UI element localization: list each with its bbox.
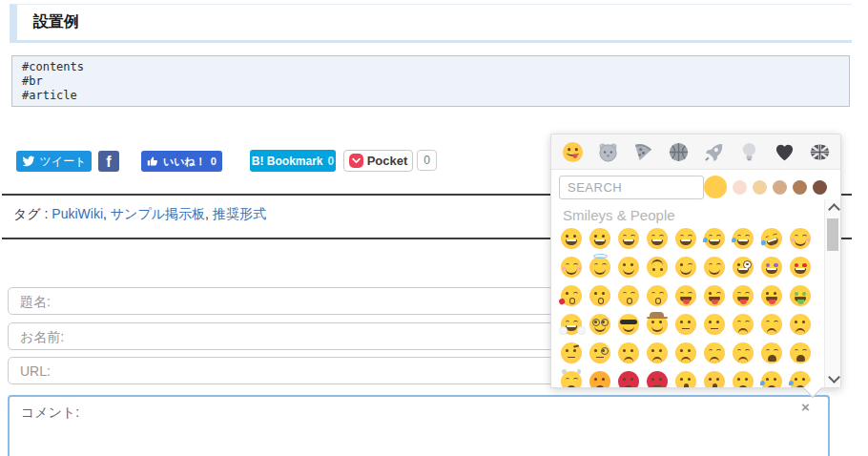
emoji-search-input[interactable] <box>559 176 704 199</box>
emoji[interactable] <box>729 367 757 388</box>
emoji[interactable] <box>614 253 643 281</box>
category-tab-travel-places-icon[interactable] <box>702 140 725 163</box>
facebook-button[interactable]: f <box>98 151 119 172</box>
tag-link[interactable]: サンプル掲示板 <box>111 206 205 221</box>
emoji[interactable] <box>643 281 672 310</box>
emoji[interactable] <box>700 310 729 339</box>
facebook-like-button[interactable]: いいね！ 0 <box>141 151 222 172</box>
emoji[interactable] <box>700 339 729 367</box>
category-tab-smileys-people-icon[interactable] <box>561 140 584 163</box>
emoji[interactable] <box>672 367 700 388</box>
category-tab-activity-icon[interactable] <box>667 140 690 163</box>
emoji[interactable] <box>586 339 614 367</box>
emoji[interactable] <box>557 310 586 339</box>
hatena-bookmark-button[interactable]: B! Bookmark 0 <box>250 150 336 172</box>
like-count: 0 <box>211 155 217 167</box>
emoji[interactable] <box>586 281 614 310</box>
emoji[interactable] <box>786 281 815 310</box>
tweet-button[interactable]: ツイート <box>16 151 92 172</box>
emoji[interactable] <box>614 281 643 310</box>
emoji[interactable] <box>643 367 672 388</box>
emoji[interactable] <box>729 339 757 367</box>
picker-category-tabs <box>551 135 840 170</box>
skin-tone-5[interactable] <box>793 180 807 195</box>
pocket-button[interactable]: Pocket <box>343 150 413 172</box>
hatena-label: B! Bookmark <box>252 155 323 168</box>
emoji[interactable] <box>614 367 643 388</box>
emoji[interactable] <box>729 310 757 339</box>
category-tab-animals-nature-icon[interactable] <box>596 140 619 163</box>
emoji-row <box>557 367 816 388</box>
picker-close-icon[interactable]: × <box>801 400 810 414</box>
facebook-f-icon: f <box>106 153 111 172</box>
skin-tone-picker <box>704 176 838 198</box>
category-tab-symbols-icon[interactable] <box>773 140 796 163</box>
emoji[interactable] <box>757 310 786 339</box>
scroll-down-icon[interactable] <box>828 371 840 383</box>
scrollbar-thumb[interactable] <box>827 218 838 251</box>
scroll-up-icon[interactable] <box>828 203 840 216</box>
skin-tone-3[interactable] <box>753 180 767 195</box>
emoji[interactable] <box>672 281 700 310</box>
emoji[interactable] <box>586 367 614 388</box>
emoji[interactable] <box>700 367 729 388</box>
emoji[interactable] <box>586 310 614 339</box>
skin-tone-1[interactable] <box>704 176 727 198</box>
emoji-picker: Smileys & People <box>550 134 841 388</box>
comment-textarea[interactable] <box>8 395 830 456</box>
emoji[interactable] <box>786 253 815 281</box>
emoji[interactable] <box>672 224 700 253</box>
emoji[interactable] <box>757 224 786 253</box>
emoji[interactable] <box>672 253 700 281</box>
emoji[interactable] <box>614 310 643 339</box>
category-tab-objects-icon[interactable] <box>737 140 760 163</box>
emoji[interactable] <box>557 367 586 388</box>
emoji-row <box>557 310 816 339</box>
pocket-count-bubble: 0 <box>417 150 437 171</box>
category-tab-flags-icon[interactable] <box>808 140 831 163</box>
emoji[interactable] <box>672 310 700 339</box>
emoji[interactable] <box>729 253 757 281</box>
category-tab-food-drink-icon[interactable] <box>631 140 654 163</box>
emoji[interactable] <box>557 281 586 310</box>
page-heading: 設置例 <box>10 4 852 43</box>
emoji[interactable] <box>586 224 614 253</box>
skin-tone-2[interactable] <box>733 180 747 195</box>
emoji[interactable] <box>643 339 672 367</box>
emoji[interactable] <box>614 339 643 367</box>
emoji-row <box>557 253 816 281</box>
thumbs-up-icon <box>147 155 158 167</box>
emoji[interactable] <box>643 253 672 281</box>
pocket-label: Pocket <box>367 154 408 168</box>
emoji[interactable] <box>786 224 815 253</box>
tag-link[interactable]: 推奨形式 <box>213 206 266 221</box>
emoji[interactable] <box>643 310 672 339</box>
emoji[interactable] <box>729 281 757 310</box>
emoji[interactable] <box>700 281 729 310</box>
picker-search-row <box>551 170 840 204</box>
emoji[interactable] <box>757 339 786 367</box>
emoji[interactable] <box>700 253 729 281</box>
emoji[interactable] <box>757 367 786 388</box>
emoji[interactable] <box>672 339 700 367</box>
emoji-row <box>557 224 816 253</box>
emoji[interactable] <box>557 224 586 253</box>
emoji[interactable] <box>757 281 786 310</box>
tag-link[interactable]: PukiWiki <box>52 206 103 221</box>
emoji[interactable] <box>557 339 586 367</box>
emoji[interactable] <box>557 253 586 281</box>
emoji[interactable] <box>614 224 643 253</box>
skin-tone-6[interactable] <box>813 180 827 195</box>
emoji[interactable] <box>729 224 757 253</box>
page: 設置例 #contents #br #article ツイート f いいね！ 0… <box>0 0 868 456</box>
like-label: いいね！ <box>163 155 206 169</box>
emoji[interactable] <box>586 253 614 281</box>
emoji[interactable] <box>786 310 815 339</box>
emoji[interactable] <box>643 224 672 253</box>
skin-tone-4[interactable] <box>773 180 787 195</box>
picker-scrollbar[interactable] <box>824 199 840 387</box>
emoji[interactable] <box>757 253 786 281</box>
emoji[interactable] <box>700 224 729 253</box>
emoji[interactable] <box>786 339 815 367</box>
twitter-bird-icon <box>22 155 35 168</box>
